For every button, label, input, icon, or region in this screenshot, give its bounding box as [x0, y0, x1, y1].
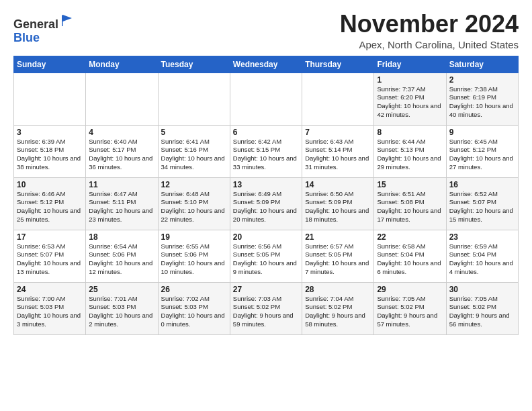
day-info: Sunrise: 6:52 AM Sunset: 5:07 PM Dayligh… [449, 190, 515, 224]
calendar-cell: 5Sunrise: 6:41 AM Sunset: 5:16 PM Daylig… [158, 125, 230, 177]
weekday-header: Tuesday [158, 56, 230, 73]
calendar-cell: 4Sunrise: 6:40 AM Sunset: 5:17 PM Daylig… [86, 125, 158, 177]
day-info: Sunrise: 7:03 AM Sunset: 5:02 PM Dayligh… [233, 295, 299, 329]
day-info: Sunrise: 6:43 AM Sunset: 5:14 PM Dayligh… [305, 138, 371, 172]
day-number: 12 [161, 180, 227, 189]
day-number: 4 [89, 128, 154, 137]
calendar-cell: 15Sunrise: 6:51 AM Sunset: 5:08 PM Dayli… [374, 177, 446, 230]
day-number: 5 [161, 128, 227, 137]
month-title: November 2024 [340, 11, 519, 38]
day-info: Sunrise: 6:40 AM Sunset: 5:17 PM Dayligh… [89, 138, 154, 172]
day-number: 9 [449, 128, 515, 137]
day-info: Sunrise: 7:00 AM Sunset: 5:03 PM Dayligh… [17, 295, 83, 329]
day-info: Sunrise: 7:05 AM Sunset: 5:02 PM Dayligh… [449, 295, 515, 329]
calendar-cell: 2Sunrise: 7:38 AM Sunset: 6:19 PM Daylig… [446, 73, 518, 125]
day-info: Sunrise: 7:38 AM Sunset: 6:19 PM Dayligh… [449, 85, 515, 120]
calendar-cell: 3Sunrise: 6:39 AM Sunset: 5:18 PM Daylig… [14, 125, 86, 177]
day-number: 23 [449, 232, 515, 242]
calendar-cell: 21Sunrise: 6:57 AM Sunset: 5:05 PM Dayli… [302, 230, 374, 282]
calendar-week-row: 10Sunrise: 6:46 AM Sunset: 5:12 PM Dayli… [14, 177, 519, 230]
title-block: November 2024 Apex, North Carolina, Unit… [340, 11, 519, 50]
day-info: Sunrise: 6:45 AM Sunset: 5:12 PM Dayligh… [449, 138, 515, 172]
day-number: 19 [161, 232, 227, 242]
calendar-cell: 19Sunrise: 6:55 AM Sunset: 5:06 PM Dayli… [158, 230, 230, 282]
calendar-cell: 23Sunrise: 6:59 AM Sunset: 5:04 PM Dayli… [446, 230, 518, 282]
day-number: 8 [377, 128, 443, 137]
svg-marker-0 [62, 15, 72, 26]
day-info: Sunrise: 6:49 AM Sunset: 5:09 PM Dayligh… [233, 190, 299, 224]
day-info: Sunrise: 6:41 AM Sunset: 5:16 PM Dayligh… [161, 138, 227, 172]
day-number: 22 [377, 232, 443, 242]
day-info: Sunrise: 7:04 AM Sunset: 5:02 PM Dayligh… [305, 295, 371, 329]
calendar-cell: 16Sunrise: 6:52 AM Sunset: 5:07 PM Dayli… [446, 177, 518, 230]
day-info: Sunrise: 7:05 AM Sunset: 5:02 PM Dayligh… [377, 295, 443, 329]
calendar-cell [302, 73, 374, 125]
calendar-week-row: 3Sunrise: 6:39 AM Sunset: 5:18 PM Daylig… [14, 125, 519, 177]
day-number: 7 [305, 128, 371, 137]
day-info: Sunrise: 6:48 AM Sunset: 5:10 PM Dayligh… [161, 190, 227, 224]
day-number: 28 [305, 285, 371, 294]
day-number: 2 [449, 75, 515, 85]
day-number: 25 [89, 285, 154, 294]
day-number: 11 [89, 180, 154, 189]
logo-blue: Blue [13, 31, 40, 44]
day-info: Sunrise: 6:39 AM Sunset: 5:18 PM Dayligh… [17, 138, 83, 172]
day-number: 14 [305, 180, 371, 189]
calendar-cell [86, 73, 158, 125]
day-info: Sunrise: 6:42 AM Sunset: 5:15 PM Dayligh… [233, 138, 299, 172]
day-number: 30 [449, 285, 515, 294]
calendar-week-row: 24Sunrise: 7:00 AM Sunset: 5:03 PM Dayli… [14, 282, 519, 334]
day-number: 13 [233, 180, 299, 189]
weekday-header-row: SundayMondayTuesdayWednesdayThursdayFrid… [14, 56, 519, 73]
day-number: 17 [17, 232, 83, 242]
day-info: Sunrise: 6:53 AM Sunset: 5:07 PM Dayligh… [17, 242, 83, 277]
logo-text: General [13, 13, 75, 32]
calendar-cell: 14Sunrise: 6:50 AM Sunset: 5:09 PM Dayli… [302, 177, 374, 230]
day-info: Sunrise: 6:44 AM Sunset: 5:13 PM Dayligh… [377, 138, 443, 172]
calendar-cell [158, 73, 230, 125]
calendar-cell [230, 73, 302, 125]
calendar-cell: 7Sunrise: 6:43 AM Sunset: 5:14 PM Daylig… [302, 125, 374, 177]
logo-blue-text: Blue [13, 32, 75, 45]
day-info: Sunrise: 6:54 AM Sunset: 5:06 PM Dayligh… [89, 242, 154, 277]
calendar-cell [14, 73, 86, 125]
calendar-cell: 27Sunrise: 7:03 AM Sunset: 5:02 PM Dayli… [230, 282, 302, 334]
day-number: 3 [17, 128, 83, 137]
calendar-cell: 29Sunrise: 7:05 AM Sunset: 5:02 PM Dayli… [374, 282, 446, 334]
day-info: Sunrise: 6:55 AM Sunset: 5:06 PM Dayligh… [161, 242, 227, 277]
calendar-cell: 8Sunrise: 6:44 AM Sunset: 5:13 PM Daylig… [374, 125, 446, 177]
calendar-week-row: 17Sunrise: 6:53 AM Sunset: 5:07 PM Dayli… [14, 230, 519, 282]
day-number: 26 [161, 285, 227, 294]
calendar-cell: 17Sunrise: 6:53 AM Sunset: 5:07 PM Dayli… [14, 230, 86, 282]
day-info: Sunrise: 6:46 AM Sunset: 5:12 PM Dayligh… [17, 190, 83, 224]
day-info: Sunrise: 6:47 AM Sunset: 5:11 PM Dayligh… [89, 190, 154, 224]
calendar-cell: 20Sunrise: 6:56 AM Sunset: 5:05 PM Dayli… [230, 230, 302, 282]
logo-flag-icon [60, 13, 75, 28]
day-number: 16 [449, 180, 515, 189]
calendar-cell: 1Sunrise: 7:37 AM Sunset: 6:20 PM Daylig… [374, 73, 446, 125]
calendar-cell: 13Sunrise: 6:49 AM Sunset: 5:09 PM Dayli… [230, 177, 302, 230]
calendar-cell: 18Sunrise: 6:54 AM Sunset: 5:06 PM Dayli… [86, 230, 158, 282]
day-info: Sunrise: 6:50 AM Sunset: 5:09 PM Dayligh… [305, 190, 371, 224]
calendar-cell: 10Sunrise: 6:46 AM Sunset: 5:12 PM Dayli… [14, 177, 86, 230]
day-number: 10 [17, 180, 83, 189]
day-number: 6 [233, 128, 299, 137]
day-number: 20 [233, 232, 299, 242]
day-number: 29 [377, 285, 443, 294]
calendar-cell: 22Sunrise: 6:58 AM Sunset: 5:04 PM Dayli… [374, 230, 446, 282]
day-number: 27 [233, 285, 299, 294]
logo: General Blue [13, 13, 75, 45]
calendar-cell: 11Sunrise: 6:47 AM Sunset: 5:11 PM Dayli… [86, 177, 158, 230]
calendar-week-row: 1Sunrise: 7:37 AM Sunset: 6:20 PM Daylig… [14, 73, 519, 125]
day-number: 1 [377, 75, 443, 85]
calendar-cell: 28Sunrise: 7:04 AM Sunset: 5:02 PM Dayli… [302, 282, 374, 334]
calendar-cell: 9Sunrise: 6:45 AM Sunset: 5:12 PM Daylig… [446, 125, 518, 177]
calendar-cell: 30Sunrise: 7:05 AM Sunset: 5:02 PM Dayli… [446, 282, 518, 334]
header: General Blue November 2024 Apex, North C… [13, 11, 519, 50]
day-number: 24 [17, 285, 83, 294]
calendar-cell: 12Sunrise: 6:48 AM Sunset: 5:10 PM Dayli… [158, 177, 230, 230]
weekday-header: Thursday [302, 56, 374, 73]
day-number: 15 [377, 180, 443, 189]
day-info: Sunrise: 7:01 AM Sunset: 5:03 PM Dayligh… [89, 295, 154, 329]
day-info: Sunrise: 6:51 AM Sunset: 5:08 PM Dayligh… [377, 190, 443, 224]
